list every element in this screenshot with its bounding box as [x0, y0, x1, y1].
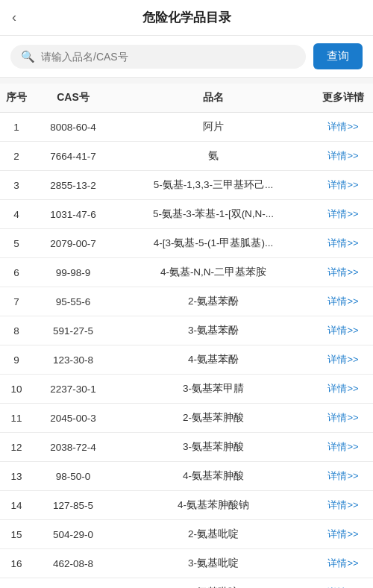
cell-detail[interactable]: 详情>> [313, 200, 373, 229]
cell-id: 6 [0, 258, 33, 287]
cell-detail[interactable]: 详情>> [313, 549, 373, 578]
cell-detail[interactable]: 详情>> [313, 520, 373, 549]
cell-id: 5 [0, 229, 33, 258]
cell-id: 16 [0, 549, 33, 578]
table-row: 112045-00-32-氨基苯胂酸详情>> [0, 404, 373, 433]
cell-name: 3-氨基苯酚 [113, 316, 313, 345]
cell-name: 4-[3-氨基-5-(1-甲基胍基)... [113, 229, 313, 258]
detail-link[interactable]: 详情>> [327, 354, 358, 365]
cell-cas: 95-55-6 [33, 287, 113, 316]
detail-link[interactable]: 详情>> [327, 237, 358, 248]
cell-cas: 2855-13-2 [33, 171, 113, 200]
cell-id: 17 [0, 578, 33, 589]
table-row: 18008-60-4阿片详情>> [0, 113, 373, 142]
cell-detail[interactable]: 详情>> [313, 491, 373, 520]
cell-name: 4-氨基吡啶 [113, 578, 313, 589]
table-row: 15504-29-02-氨基吡啶详情>> [0, 520, 373, 549]
search-bar: 🔍 查询 [0, 36, 373, 78]
cell-id: 4 [0, 200, 33, 229]
detail-link[interactable]: 详情>> [327, 150, 358, 161]
detail-link[interactable]: 详情>> [327, 441, 358, 452]
cell-cas: 2045-00-3 [33, 404, 113, 433]
cell-id: 9 [0, 345, 33, 375]
back-button[interactable]: ‹ [12, 10, 16, 25]
table-row: 1398-50-04-氨基苯胂酸详情>> [0, 462, 373, 491]
cell-cas: 462-08-8 [33, 549, 113, 578]
search-button[interactable]: 查询 [313, 43, 363, 69]
cell-cas: 123-30-8 [33, 345, 113, 375]
table-row: 32855-13-25-氨基-1,3,3-三甲基环己...详情>> [0, 171, 373, 200]
search-icon: 🔍 [21, 50, 35, 63]
cell-name: 5-氨基-1,3,3-三甲基环己... [113, 171, 313, 200]
detail-link[interactable]: 详情>> [327, 528, 358, 539]
cell-detail[interactable]: 详情>> [313, 462, 373, 491]
cell-name: 阿片 [113, 113, 313, 142]
table-row: 14127-85-54-氨基苯胂酸钠详情>> [0, 491, 373, 520]
cell-cas: 98-50-0 [33, 462, 113, 491]
detail-link[interactable]: 详情>> [327, 470, 358, 481]
cell-detail[interactable]: 详情>> [313, 171, 373, 200]
table-container: 序号 CAS号 品名 更多详情 18008-60-4阿片详情>>27664-41… [0, 84, 373, 588]
cell-detail[interactable]: 详情>> [313, 258, 373, 287]
chemicals-table: 序号 CAS号 品名 更多详情 18008-60-4阿片详情>>27664-41… [0, 84, 373, 588]
cell-detail[interactable]: 详情>> [313, 287, 373, 316]
detail-link[interactable]: 详情>> [327, 208, 358, 219]
cell-id: 15 [0, 520, 33, 549]
cell-name: 4-氨基苯酚 [113, 345, 313, 375]
cell-name: 4-氨基-N,N-二甲基苯胺 [113, 258, 313, 287]
cell-id: 3 [0, 171, 33, 200]
search-input-wrap: 🔍 [10, 45, 306, 69]
detail-link[interactable]: 详情>> [327, 412, 358, 423]
col-header-cas: CAS号 [33, 84, 113, 113]
detail-link[interactable]: 详情>> [327, 557, 358, 569]
cell-name: 3-氨基苯胂酸 [113, 433, 313, 462]
cell-name: 4-氨基苯胂酸 [113, 462, 313, 491]
cell-id: 8 [0, 316, 33, 345]
cell-cas: 504-29-0 [33, 520, 113, 549]
table-row: 102237-30-13-氨基苯甲腈详情>> [0, 375, 373, 404]
cell-name: 5-氨基-3-苯基-1-[双(N,N-... [113, 200, 313, 229]
cell-detail[interactable]: 详情>> [313, 113, 373, 142]
cell-cas: 127-85-5 [33, 491, 113, 520]
search-input[interactable] [41, 51, 295, 63]
cell-detail[interactable]: 详情>> [313, 229, 373, 258]
table-body: 18008-60-4阿片详情>>27664-41-7氨详情>>32855-13-… [0, 113, 373, 589]
cell-id: 13 [0, 462, 33, 491]
cell-name: 2-氨基吡啶 [113, 520, 313, 549]
cell-detail[interactable]: 详情>> [313, 316, 373, 345]
table-row: 16462-08-83-氨基吡啶详情>> [0, 549, 373, 578]
detail-link[interactable]: 详情>> [327, 266, 358, 278]
cell-cas: 591-27-5 [33, 316, 113, 345]
table-row: 699-98-94-氨基-N,N-二甲基苯胺详情>> [0, 258, 373, 287]
cell-id: 14 [0, 491, 33, 520]
cell-detail[interactable]: 详情>> [313, 433, 373, 462]
cell-detail[interactable]: 详情>> [313, 375, 373, 404]
col-header-id: 序号 [0, 84, 33, 113]
cell-detail[interactable]: 详情>> [313, 404, 373, 433]
cell-name: 氨 [113, 142, 313, 171]
cell-cas: 1031-47-6 [33, 200, 113, 229]
cell-detail[interactable]: 详情>> [313, 578, 373, 589]
cell-cas: 2038-72-4 [33, 433, 113, 462]
detail-link[interactable]: 详情>> [327, 295, 358, 307]
cell-cas: 8008-60-4 [33, 113, 113, 142]
detail-link[interactable]: 详情>> [327, 499, 358, 510]
detail-link[interactable]: 详情>> [327, 179, 358, 190]
detail-link[interactable]: 详情>> [327, 325, 358, 336]
cell-detail[interactable]: 详情>> [313, 345, 373, 375]
page-title: 危险化学品目录 [142, 9, 231, 26]
cell-cas: 2079-00-7 [33, 229, 113, 258]
table-header: 序号 CAS号 品名 更多详情 [0, 84, 373, 113]
cell-id: 1 [0, 113, 33, 142]
cell-detail[interactable]: 详情>> [313, 142, 373, 171]
table-row: 8591-27-53-氨基苯酚详情>> [0, 316, 373, 345]
detail-link[interactable]: 详情>> [327, 121, 358, 132]
detail-link[interactable]: 详情>> [327, 383, 358, 394]
cell-id: 2 [0, 142, 33, 171]
cell-cas: 7664-41-7 [33, 142, 113, 171]
cell-cas: 2237-30-1 [33, 375, 113, 404]
table-row: 17504-24-54-氨基吡啶详情>> [0, 578, 373, 589]
cell-name: 2-氨基苯酚 [113, 287, 313, 316]
table-row: 795-55-62-氨基苯酚详情>> [0, 287, 373, 316]
cell-name: 3-氨基吡啶 [113, 549, 313, 578]
